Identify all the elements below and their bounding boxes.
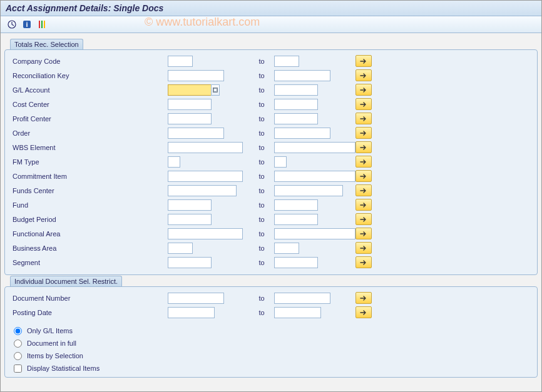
field-label: Cost Center: [11, 101, 168, 108]
multiple-selection-button[interactable]: [355, 170, 372, 182]
profit_center-to-input[interactable]: [274, 113, 318, 124]
wbs_element-from-input[interactable]: [168, 142, 243, 153]
field-row-fm_type: FM Typeto: [11, 154, 531, 169]
multiple-selection-button[interactable]: [355, 156, 372, 168]
variant-icon[interactable]: [36, 19, 48, 30]
to-label: to: [249, 173, 274, 180]
budget_period-to-input[interactable]: [274, 214, 318, 225]
field-row-wbs_element: WBS Elementto: [11, 140, 531, 154]
multiple-selection-button[interactable]: [355, 228, 372, 239]
company_code-from-input[interactable]: [168, 56, 193, 67]
svg-rect-3: [39, 21, 40, 28]
svg-rect-5: [44, 21, 45, 28]
field-label: Budget Period: [11, 216, 168, 223]
doc_number-from-input[interactable]: [168, 293, 224, 304]
gl_account-from-input[interactable]: [168, 84, 212, 96]
svg-rect-7: [214, 88, 217, 91]
to-label: to: [249, 309, 274, 316]
segment-to-input[interactable]: [274, 257, 318, 268]
checkbox-disp_stat[interactable]: Display Statistical Items: [11, 362, 531, 374]
doc_number-to-input[interactable]: [274, 293, 330, 304]
field-row-cost_center: Cost Centerto: [11, 97, 531, 111]
multiple-selection-button[interactable]: [355, 69, 372, 81]
radio-input[interactable]: [14, 339, 22, 348]
segment-from-input[interactable]: [168, 257, 212, 268]
field-label: Funds Center: [11, 187, 168, 194]
field-row-doc_number: Document Numberto: [11, 291, 531, 305]
reconciliation-to-input[interactable]: [274, 70, 330, 81]
field-label: Business Area: [11, 244, 168, 252]
field-label: Reconciliation Key: [11, 72, 168, 79]
multiple-selection-button[interactable]: [355, 256, 372, 268]
field-label: Order: [11, 129, 168, 137]
multiple-selection-button[interactable]: [355, 113, 372, 124]
multiple-selection-button[interactable]: [355, 127, 372, 139]
search-help-icon[interactable]: [211, 84, 220, 96]
functional_area-from-input[interactable]: [168, 228, 243, 239]
multiple-selection-button[interactable]: [355, 242, 372, 254]
multiple-selection-button[interactable]: [355, 199, 372, 211]
multiple-selection-button[interactable]: [355, 98, 372, 110]
wbs_element-to-input[interactable]: [274, 142, 355, 153]
fund-from-input[interactable]: [168, 199, 212, 211]
to-label: to: [249, 144, 274, 151]
fund-to-input[interactable]: [274, 199, 318, 211]
budget_period-from-input[interactable]: [168, 214, 212, 225]
order-to-input[interactable]: [274, 128, 330, 139]
multiple-selection-button[interactable]: [355, 184, 372, 196]
field-row-company_code: Company Codeto: [11, 54, 531, 68]
radio-items_sel[interactable]: Items by Selection: [11, 349, 531, 362]
field-row-functional_area: Functional Areato: [11, 226, 531, 241]
field-row-reconciliation: Reconciliation Keyto: [11, 68, 531, 83]
execute-clock-icon[interactable]: [6, 19, 18, 30]
multiple-selection-button[interactable]: [355, 292, 372, 304]
multiple-selection-button[interactable]: [355, 306, 372, 318]
field-label: Document Number: [11, 294, 168, 302]
to-label: to: [249, 158, 274, 166]
info-icon[interactable]: i: [21, 19, 33, 30]
field-label: FM Type: [11, 158, 168, 166]
business_area-from-input[interactable]: [168, 243, 193, 254]
posting_date-to-input[interactable]: [274, 307, 321, 318]
posting_date-from-input[interactable]: [168, 307, 215, 318]
field-label: Commitment Item: [11, 173, 168, 180]
business_area-to-input[interactable]: [274, 243, 299, 254]
functional_area-to-input[interactable]: [274, 228, 355, 239]
field-label: Segment: [11, 259, 168, 266]
radio-label: Items by Selection: [27, 352, 83, 359]
funds_center-from-input[interactable]: [168, 185, 237, 196]
radio-doc_full[interactable]: Document in full: [11, 337, 531, 349]
to-label: to: [249, 216, 274, 223]
group-individual-doc-restrict: Individual Document Sel. Restrict. Docum…: [4, 286, 538, 378]
funds_center-to-input[interactable]: [274, 185, 343, 196]
field-row-budget_period: Budget Periodto: [11, 212, 531, 226]
checkbox-input[interactable]: [14, 364, 22, 373]
multiple-selection-button[interactable]: [355, 84, 372, 96]
fm_type-to-input[interactable]: [274, 156, 287, 168]
cost_center-from-input[interactable]: [168, 99, 212, 110]
field-label: Functional Area: [11, 230, 168, 238]
to-label: to: [249, 244, 274, 252]
company_code-to-input[interactable]: [274, 56, 299, 67]
multiple-selection-button[interactable]: [355, 55, 372, 67]
radio-input[interactable]: [14, 352, 22, 360]
to-label: to: [249, 230, 274, 238]
reconciliation-from-input[interactable]: [168, 70, 224, 81]
commitment_item-from-input[interactable]: [168, 171, 243, 182]
field-row-segment: Segmentto: [11, 255, 531, 269]
fm_type-from-input[interactable]: [168, 156, 180, 168]
order-from-input[interactable]: [168, 128, 224, 139]
group-title: Individual Document Sel. Restrict.: [10, 276, 122, 286]
commitment_item-to-input[interactable]: [274, 171, 355, 182]
radio-only_gl[interactable]: Only G/L Items: [11, 324, 531, 337]
field-label: Company Code: [11, 58, 168, 65]
multiple-selection-button[interactable]: [355, 141, 372, 153]
field-label: G/L Account: [11, 86, 168, 94]
field-label: Posting Date: [11, 309, 168, 316]
radio-input[interactable]: [14, 327, 22, 335]
cost_center-to-input[interactable]: [274, 99, 318, 110]
multiple-selection-button[interactable]: [355, 213, 372, 225]
gl_account-to-input[interactable]: [274, 84, 318, 96]
to-label: to: [249, 101, 274, 108]
profit_center-from-input[interactable]: [168, 113, 212, 124]
